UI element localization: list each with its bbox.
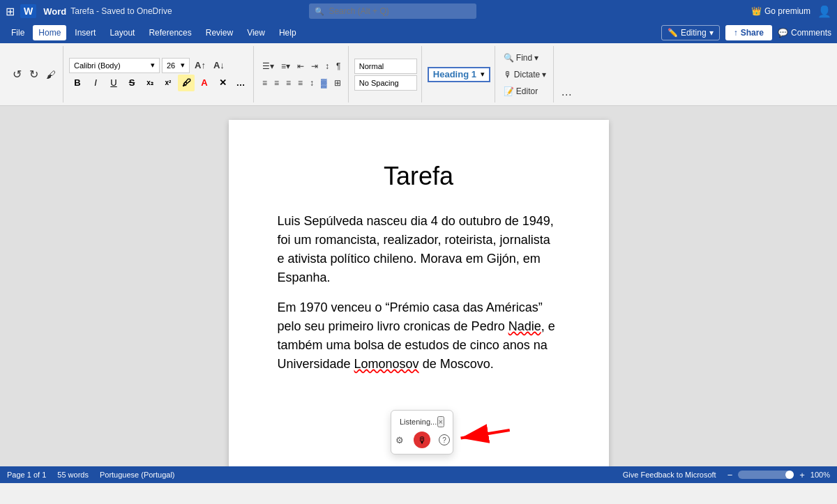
title-bar: ⊞ W Word Tarefa - Saved to OneDrive 🔍 👑 …	[0, 0, 837, 22]
find-button[interactable]: 🔍 Find ▾	[501, 50, 541, 66]
align-left-button[interactable]: ≡	[259, 75, 270, 91]
menu-item-view[interactable]: View	[241, 25, 271, 40]
listening-mic-button[interactable]: 🎙	[414, 432, 430, 448]
normal-style-box[interactable]: Normal	[354, 59, 417, 74]
red-arrow-indicator	[445, 403, 518, 466]
chevron-down-icon: ▾	[709, 28, 714, 38]
menu-item-file[interactable]: File	[6, 25, 30, 40]
dropdown-arrow-icon: ▾	[151, 61, 155, 70]
nadie-text: Nadie	[508, 319, 541, 333]
feedback-label[interactable]: Give Feedback to Microsoft	[623, 471, 716, 479]
dictate-chevron-icon: ▾	[542, 70, 546, 79]
font-group: Calibri (Body) ▾ 26 ▾ A↑ A↓ B I U S x₂ x…	[65, 46, 254, 102]
shading-button[interactable]: ▓	[318, 75, 330, 91]
go-premium-button[interactable]: 👑 Go premium	[751, 6, 810, 16]
zoom-out-button[interactable]: −	[725, 468, 736, 481]
menu-item-insert[interactable]: Insert	[69, 25, 101, 40]
search-icon: 🔍	[315, 7, 324, 16]
listening-gear-button[interactable]: ⚙	[391, 432, 408, 448]
document-page: Tarefa Luis Sepúlveda nasceu dia 4 do ou…	[229, 120, 609, 466]
italic-button[interactable]: I	[87, 75, 104, 91]
superscript-button[interactable]: x²	[160, 75, 176, 91]
status-right: Give Feedback to Microsoft − + 100%	[623, 468, 830, 481]
paragraph-group: ☰▾ ≡▾ ⇤ ⇥ ↕ ¶ ≡ ≡ ≡ ≡ ↕ ▓ ⊞	[255, 46, 349, 102]
subscript-button[interactable]: x₂	[142, 75, 158, 91]
menu-item-home[interactable]: Home	[33, 25, 66, 40]
zoom-level: 100%	[810, 471, 830, 479]
undo-button[interactable]: ↺	[10, 67, 24, 82]
dropdown-arrow-heading-icon: ▾	[481, 70, 485, 79]
find-icon: 🔍	[504, 53, 514, 63]
border-button[interactable]: ⊞	[331, 75, 344, 91]
status-bar: Page 1 of 1 55 words Portuguese (Portuga…	[0, 466, 837, 483]
ribbon: ↺ ↻ 🖌 Calibri (Body) ▾ 26 ▾ A↑ A↓ B I U …	[0, 43, 837, 106]
font-size-dropdown[interactable]: 26 ▾	[162, 58, 190, 73]
font-name-dropdown[interactable]: Calibri (Body) ▾	[69, 58, 160, 73]
paragraph2-part3: de Moscovo.	[419, 357, 494, 371]
listening-popup: Listening... × ⚙ 🎙 ?	[391, 410, 453, 455]
dictate-button[interactable]: 🎙 Dictate ▾	[501, 67, 549, 82]
title-right-actions: 👑 Go premium 👤	[751, 5, 831, 18]
svg-line-1	[461, 411, 510, 457]
editor-icon: 📝	[504, 86, 514, 96]
indent-more-button[interactable]: ⇥	[308, 59, 321, 74]
word-logo: W	[20, 4, 36, 18]
word-count: 55 words	[57, 471, 89, 479]
doc-title: Tarefa - Saved to OneDrive	[70, 6, 172, 16]
paragraph2-part1: Em 1970 venceu o “Prémio casa das Améric…	[278, 300, 543, 333]
bullets-button[interactable]: ☰▾	[259, 59, 277, 74]
app-grid-icon[interactable]: ⊞	[6, 5, 15, 18]
find-chevron-icon: ▾	[534, 53, 538, 63]
crown-icon: 👑	[751, 6, 762, 16]
share-icon: ↑	[734, 28, 738, 38]
numbering-button[interactable]: ≡▾	[278, 59, 293, 74]
listening-close-button[interactable]: ×	[437, 416, 444, 427]
share-button[interactable]: ↑ Share	[725, 25, 772, 40]
search-input[interactable]	[329, 6, 454, 16]
menu-item-references[interactable]: References	[143, 25, 197, 40]
highlight-button[interactable]: 🖊	[178, 75, 195, 91]
language: Portuguese (Portugal)	[100, 471, 175, 479]
profile-icon[interactable]: 👤	[817, 5, 831, 18]
menu-item-help[interactable]: Help	[273, 25, 302, 40]
heading-group: Heading 1 ▾	[423, 46, 495, 102]
menu-item-layout[interactable]: Layout	[104, 25, 140, 40]
font-color-button[interactable]: A	[196, 75, 213, 91]
menu-item-review[interactable]: Review	[200, 25, 239, 40]
strikethrough-button[interactable]: S	[123, 75, 140, 91]
clear-format-button[interactable]: ✕	[214, 75, 231, 91]
decrease-font-button[interactable]: A↓	[211, 58, 227, 73]
sort-button[interactable]: ↕	[322, 59, 332, 74]
show-marks-button[interactable]: ¶	[333, 59, 343, 74]
zoom-in-button[interactable]: +	[797, 468, 808, 481]
underline-button[interactable]: U	[105, 75, 122, 91]
listening-text: Listening...	[400, 418, 437, 426]
align-right-button[interactable]: ≡	[283, 75, 294, 91]
undo-redo-group: ↺ ↻ 🖌	[6, 46, 63, 102]
app-name: Word	[43, 6, 66, 17]
format-painter-button[interactable]: 🖌	[43, 67, 59, 82]
no-spacing-style-box[interactable]: No Spacing	[354, 75, 417, 91]
page-info: Page 1 of 1	[7, 471, 46, 479]
line-spacing-button[interactable]: ↕	[307, 75, 317, 91]
editor-button[interactable]: 📝 Editor	[501, 84, 541, 99]
align-center-button[interactable]: ≡	[271, 75, 282, 91]
justify-button[interactable]: ≡	[295, 75, 306, 91]
pencil-icon: ✏️	[668, 28, 678, 38]
lomonosov-text: Lomonosov	[354, 357, 419, 371]
more-ribbon-button[interactable]: …	[558, 84, 575, 100]
more-font-button[interactable]: …	[232, 75, 249, 91]
indent-less-button[interactable]: ⇤	[294, 59, 307, 74]
mic2-icon: 🎙	[504, 70, 512, 79]
dropdown-arrow-icon2: ▾	[181, 61, 185, 70]
editing-button[interactable]: ✏️ Editing ▾	[661, 25, 720, 40]
bold-button[interactable]: B	[69, 75, 86, 91]
listening-help-button[interactable]: ?	[436, 432, 453, 448]
styles-group: Normal No Spacing	[350, 46, 422, 102]
document-title: Tarefa	[278, 162, 560, 191]
find-dictate-group: 🔍 Find ▾ 🎙 Dictate ▾ 📝 Editor	[497, 46, 554, 102]
redo-button[interactable]: ↻	[27, 67, 41, 82]
increase-font-button[interactable]: A↑	[192, 58, 209, 73]
heading1-style-box[interactable]: Heading 1 ▾	[428, 67, 490, 82]
comments-button[interactable]: 💬 Comments	[778, 28, 831, 38]
